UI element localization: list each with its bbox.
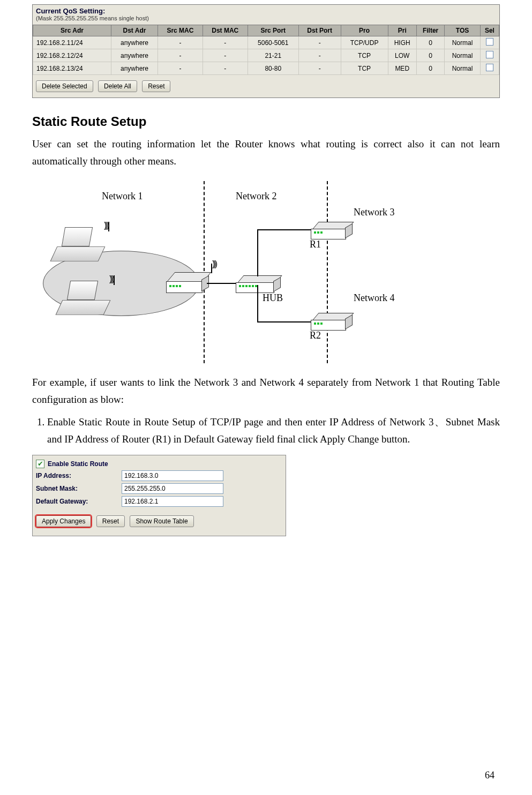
step-item: Enable Static Route in Route Setup of TC… [47, 414, 500, 448]
wire-icon [257, 229, 311, 230]
wire-icon [257, 229, 258, 276]
col-tos: TOS [445, 25, 481, 36]
intro-paragraph: User can set the routing information let… [32, 136, 500, 170]
label-r1: R1 [310, 239, 321, 250]
col-dst-mac: Dst MAC [203, 25, 248, 36]
col-sel: Sel [480, 25, 499, 36]
row-select-checkbox[interactable] [486, 51, 493, 58]
reset-button[interactable]: Reset [142, 80, 170, 92]
subnet-mask-label: Subnet Mask: [36, 485, 122, 492]
delete-all-button[interactable]: Delete All [98, 80, 137, 92]
ip-address-input[interactable] [122, 470, 223, 481]
col-src-port: Src Port [248, 25, 298, 36]
label-network-2: Network 2 [236, 191, 276, 202]
row-select-checkbox[interactable] [486, 38, 493, 46]
wire-icon [207, 283, 236, 284]
default-gateway-input[interactable] [122, 496, 223, 507]
section-title: Static Route Setup [32, 114, 500, 129]
wire-icon [257, 285, 258, 321]
page-number: 64 [485, 770, 494, 781]
qos-subtitle: (Mask 255.255.255.255 means single host) [33, 15, 499, 25]
table-row: 192.168.2.12/24 anywhere - - 21-21 - TCP… [33, 49, 499, 62]
table-row: 192.168.2.13/24 anywhere - - 80-80 - TCP… [33, 62, 499, 75]
col-src-adr: Src Adr [33, 25, 111, 36]
col-dst-adr: Dst Adr [111, 25, 158, 36]
laptop-icon: ))) [59, 288, 107, 320]
enable-static-route-checkbox[interactable]: ✔ [36, 460, 44, 468]
example-paragraph: For example, if user wants to link the N… [32, 374, 500, 409]
laptop-icon: ))) [54, 235, 102, 267]
col-dst-port: Dst Port [298, 25, 341, 36]
apply-changes-button[interactable]: Apply Changes [36, 515, 91, 527]
delete-selected-button[interactable]: Delete Selected [36, 80, 93, 92]
reset-form-button[interactable]: Reset [96, 515, 125, 527]
enable-label: Enable Static Route [48, 460, 108, 468]
label-r2: R2 [310, 330, 321, 341]
static-route-form: ✔ Enable Static Route IP Address: Subnet… [32, 455, 286, 536]
row-select-checkbox[interactable] [486, 64, 493, 71]
subnet-mask-input[interactable] [122, 483, 223, 494]
divider-line [327, 181, 328, 363]
default-gateway-label: Default Gateway: [36, 498, 122, 505]
col-filter: Filter [416, 25, 444, 36]
ip-address-label: IP Address: [36, 472, 122, 479]
label-network-3: Network 3 [354, 207, 394, 218]
col-src-mac: Src MAC [158, 25, 203, 36]
label-network-4: Network 4 [354, 292, 394, 304]
step-list: Enable Static Route in Route Setup of TC… [32, 414, 500, 448]
qos-title: Current QoS Setting: [33, 5, 499, 15]
qos-panel: Current QoS Setting: (Mask 255.255.255.2… [32, 4, 500, 98]
col-pri: Pri [388, 25, 416, 36]
table-row: 192.168.2.11/24 anywhere - - 5060-5061 -… [33, 36, 499, 49]
check-icon: ✔ [38, 460, 43, 467]
label-network-1: Network 1 [102, 191, 143, 202]
network-diagram: Network 1 Network 2 Network 3 Network 4 … [43, 176, 450, 369]
qos-table: Src Adr Dst Adr Src MAC Dst MAC Src Port… [33, 25, 499, 75]
wire-icon [257, 321, 311, 322]
col-pro: Pro [341, 25, 388, 36]
show-route-table-button[interactable]: Show Route Table [130, 515, 193, 527]
label-hub: HUB [263, 292, 283, 304]
